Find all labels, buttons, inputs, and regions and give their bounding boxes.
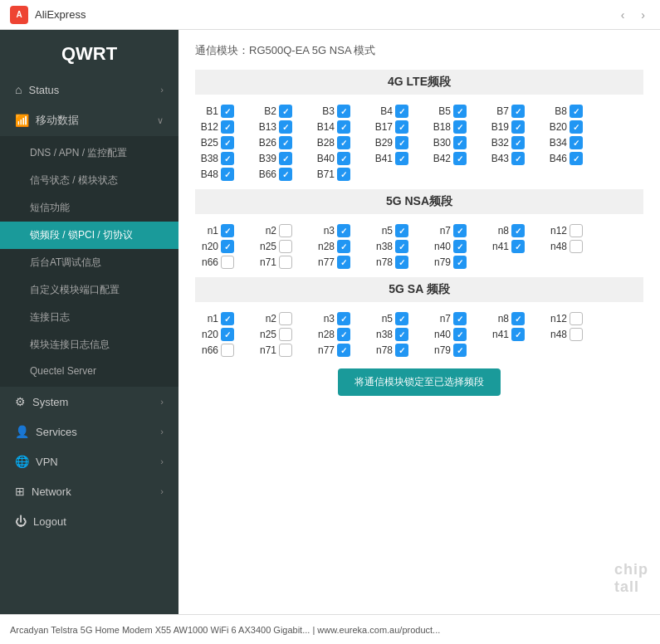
checkbox-sa-n38[interactable] <box>395 328 408 341</box>
checkbox-sa-n66[interactable] <box>221 344 234 357</box>
sidebar-item-module-log[interactable]: 模块连接日志信息 <box>0 331 178 359</box>
sidebar-item-conn-log[interactable]: 连接日志 <box>0 304 178 331</box>
checkbox-B34[interactable] <box>570 136 583 149</box>
checkbox-nsa-n79[interactable] <box>453 256 467 269</box>
checkbox-sa-n78[interactable] <box>395 344 408 357</box>
checkbox-sa-n1[interactable] <box>221 312 234 325</box>
sidebar-item-vpn[interactable]: 🌐 VPN › <box>0 446 178 476</box>
checkbox-B71[interactable] <box>337 168 350 181</box>
sidebar-item-quectel[interactable]: Quectel Server <box>0 359 178 383</box>
network-arrow: › <box>160 486 164 496</box>
checkbox-B14[interactable] <box>337 120 350 134</box>
sidebar-item-services[interactable]: 👤 Services › <box>0 417 178 446</box>
checkbox-nsa-n78[interactable] <box>395 256 408 269</box>
checkbox-nsa-n25[interactable] <box>279 240 292 253</box>
sidebar-item-custom-port[interactable]: 自定义模块端口配置 <box>0 276 178 304</box>
back-button[interactable]: ‹ <box>616 7 630 23</box>
band-item-B29: B29 <box>369 136 428 149</box>
checkbox-B3[interactable] <box>337 105 350 118</box>
gear-icon: ⚙ <box>15 395 26 408</box>
sidebar-item-mobile-data[interactable]: 📶 移动数据 ∨ <box>0 105 178 136</box>
checkbox-B38[interactable] <box>221 152 234 165</box>
content-area: 通信模块：RG500Q-EA 5G NSA 模式 4G LTE频段 B1 B2 … <box>178 30 660 614</box>
checkbox-nsa-n38[interactable] <box>395 240 408 253</box>
checkbox-nsa-n28[interactable] <box>337 240 350 253</box>
checkbox-B26[interactable] <box>279 136 292 149</box>
checkbox-sa-n20[interactable] <box>221 328 234 341</box>
checkbox-sa-n2[interactable] <box>279 312 292 325</box>
checkbox-nsa-n1[interactable] <box>221 224 234 237</box>
top-bar: A AliExpress ‹ › <box>0 0 660 30</box>
sidebar-item-sms[interactable]: 短信功能 <box>0 194 178 222</box>
checkbox-nsa-n3[interactable] <box>337 224 350 237</box>
checkbox-sa-n79[interactable] <box>453 344 467 357</box>
checkbox-B18[interactable] <box>453 120 467 134</box>
checkbox-sa-n71[interactable] <box>279 344 292 357</box>
checkbox-B1[interactable] <box>221 105 234 118</box>
checkbox-nsa-n20[interactable] <box>221 240 234 253</box>
checkbox-B17[interactable] <box>395 120 408 134</box>
checkbox-nsa-n12[interactable] <box>570 224 583 237</box>
checkbox-nsa-n7[interactable] <box>453 224 467 237</box>
checkbox-sa-n3[interactable] <box>337 312 350 325</box>
checkbox-B32[interactable] <box>511 136 525 149</box>
logout-icon: ⏻ <box>15 515 27 528</box>
sidebar-item-lock-band[interactable]: 锁频段 / 锁PCI / 切协议 <box>0 222 178 249</box>
sidebar-item-system[interactable]: ⚙ System › <box>0 387 178 417</box>
mobile-icon: 📶 <box>15 114 29 127</box>
sidebar-item-status[interactable]: ⌂ Status › <box>0 75 178 105</box>
checkbox-sa-n41[interactable] <box>511 328 525 341</box>
sidebar: QWRT ⌂ Status › 📶 移动数据 ∨ DNS / APN / 监控配… <box>0 30 178 614</box>
checkbox-B5[interactable] <box>453 105 467 118</box>
checkbox-B29[interactable] <box>395 136 408 149</box>
band-item-B28: B28 <box>311 136 369 149</box>
checkbox-B39[interactable] <box>279 152 292 165</box>
band-item-B40: B40 <box>311 152 369 165</box>
sidebar-item-dns-apn[interactable]: DNS / APN / 监控配置 <box>0 139 178 167</box>
checkbox-B19[interactable] <box>511 120 525 134</box>
checkbox-B43[interactable] <box>511 152 525 165</box>
checkbox-B48[interactable] <box>221 168 234 181</box>
checkbox-B66[interactable] <box>279 168 292 181</box>
checkbox-nsa-n40[interactable] <box>453 240 467 253</box>
system-arrow: › <box>160 397 164 407</box>
checkbox-sa-n8[interactable] <box>511 312 525 325</box>
checkbox-B4[interactable] <box>395 105 408 118</box>
sidebar-item-logout[interactable]: ⏻ Logout <box>0 506 178 536</box>
checkbox-nsa-n5[interactable] <box>395 224 408 237</box>
checkbox-B25[interactable] <box>221 136 234 149</box>
checkbox-nsa-n41[interactable] <box>511 240 525 253</box>
checkbox-nsa-n8[interactable] <box>511 224 525 237</box>
band-item-B8: B8 <box>544 105 602 118</box>
checkbox-nsa-n77[interactable] <box>337 256 350 269</box>
checkbox-B8[interactable] <box>570 105 583 118</box>
sidebar-item-network[interactable]: ⊞ Network › <box>0 476 178 506</box>
checkbox-B41[interactable] <box>395 152 408 165</box>
checkbox-B46[interactable] <box>570 152 583 165</box>
checkbox-B20[interactable] <box>570 120 583 134</box>
checkbox-B28[interactable] <box>337 136 350 149</box>
checkbox-nsa-n71[interactable] <box>279 256 292 269</box>
checkbox-sa-n5[interactable] <box>395 312 408 325</box>
checkbox-nsa-n2[interactable] <box>279 224 292 237</box>
checkbox-B42[interactable] <box>453 152 467 165</box>
forward-button[interactable]: › <box>636 7 650 23</box>
checkbox-B12[interactable] <box>221 120 234 134</box>
checkbox-sa-n12[interactable] <box>570 312 583 325</box>
checkbox-B30[interactable] <box>453 136 467 149</box>
checkbox-sa-n7[interactable] <box>453 312 467 325</box>
checkbox-nsa-n48[interactable] <box>570 240 583 253</box>
checkbox-sa-n28[interactable] <box>337 328 350 341</box>
checkbox-B40[interactable] <box>337 152 350 165</box>
checkbox-sa-n48[interactable] <box>570 328 583 341</box>
sidebar-item-at-cmd[interactable]: 后台AT调试信息 <box>0 249 178 276</box>
checkbox-B13[interactable] <box>279 120 292 134</box>
checkbox-sa-n25[interactable] <box>279 328 292 341</box>
sidebar-item-signal[interactable]: 信号状态 / 模块状态 <box>0 167 178 194</box>
checkbox-sa-n40[interactable] <box>453 328 467 341</box>
checkbox-B7[interactable] <box>511 105 525 118</box>
checkbox-nsa-n66[interactable] <box>221 256 234 269</box>
checkbox-B2[interactable] <box>279 105 292 118</box>
save-button[interactable]: 将通信模块锁定至已选择频段 <box>338 368 501 396</box>
checkbox-sa-n77[interactable] <box>337 344 350 357</box>
